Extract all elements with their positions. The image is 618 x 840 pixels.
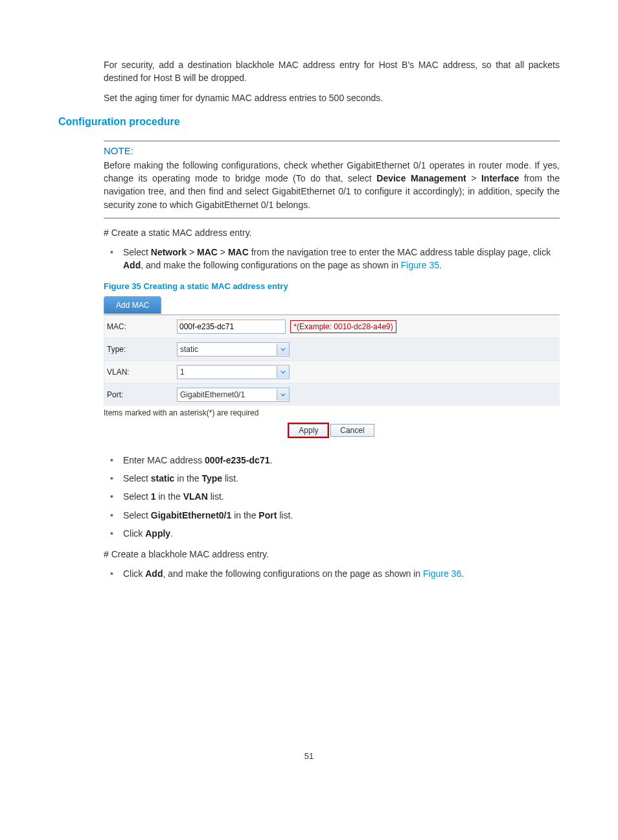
section-heading: Configuration procedure <box>58 116 560 128</box>
row-port: Port: GigabitEthernet0/1 <box>104 383 560 406</box>
apply-button[interactable]: Apply <box>289 424 328 437</box>
port-select[interactable]: GigabitEthernet0/1 <box>177 388 290 402</box>
port-label: Port: <box>104 383 175 406</box>
list-item: Enter MAC address 000f-e235-dc71. <box>104 451 560 469</box>
chevron-down-icon <box>277 389 289 401</box>
vlan-label: VLAN: <box>104 360 175 383</box>
cancel-button[interactable]: Cancel <box>330 424 374 437</box>
step-create-blackhole: # Create a blackhole MAC address entry. <box>104 549 560 559</box>
step-create-static: # Create a static MAC address entry. <box>104 228 560 238</box>
chevron-down-icon <box>277 366 289 378</box>
list-item: Select static in the Type list. <box>104 469 560 487</box>
mac-input[interactable] <box>177 320 286 334</box>
figure-35-link[interactable]: Figure 35 <box>401 260 439 270</box>
page-number: 51 <box>58 751 560 761</box>
mac-example: *(Example: 0010-dc28-a4e9) <box>290 320 396 333</box>
list-item: Click Apply. <box>104 524 560 542</box>
row-mac: MAC: *(Example: 0010-dc28-a4e9) <box>104 315 560 338</box>
note-box: NOTE: Before making the following config… <box>104 141 560 218</box>
note-body: Before making the following configuratio… <box>104 159 560 211</box>
note-title: NOTE: <box>104 145 560 156</box>
nav-instruction: Select Network > MAC > MAC from the navi… <box>104 243 560 275</box>
list-item: Select GigabitEthernet0/1 in the Port li… <box>104 506 560 524</box>
row-vlan: VLAN: 1 <box>104 360 560 383</box>
list-item: Select 1 in the VLAN list. <box>104 487 560 506</box>
intro-paragraph-2: Set the aging timer for dynamic MAC addr… <box>58 91 560 104</box>
type-label: Type: <box>104 338 175 360</box>
add-mac-form: Add MAC MAC: *(Example: 0010-dc28-a4e9) … <box>104 295 560 439</box>
list-item: Click Add, and make the following config… <box>104 565 560 583</box>
required-note: Items marked with an asterisk(*) are req… <box>104 408 560 417</box>
type-select[interactable]: static <box>177 342 290 356</box>
tab-add-mac[interactable]: Add MAC <box>104 296 161 314</box>
row-type: Type: static <box>104 338 560 360</box>
vlan-select[interactable]: 1 <box>177 365 290 379</box>
intro-paragraph-1: For security, add a destination blackhol… <box>58 58 560 85</box>
mac-label: MAC: <box>104 315 175 338</box>
chevron-down-icon <box>277 344 289 355</box>
figure-35-caption: Figure 35 Creating a static MAC address … <box>104 281 560 291</box>
figure-36-link[interactable]: Figure 36 <box>423 568 461 579</box>
